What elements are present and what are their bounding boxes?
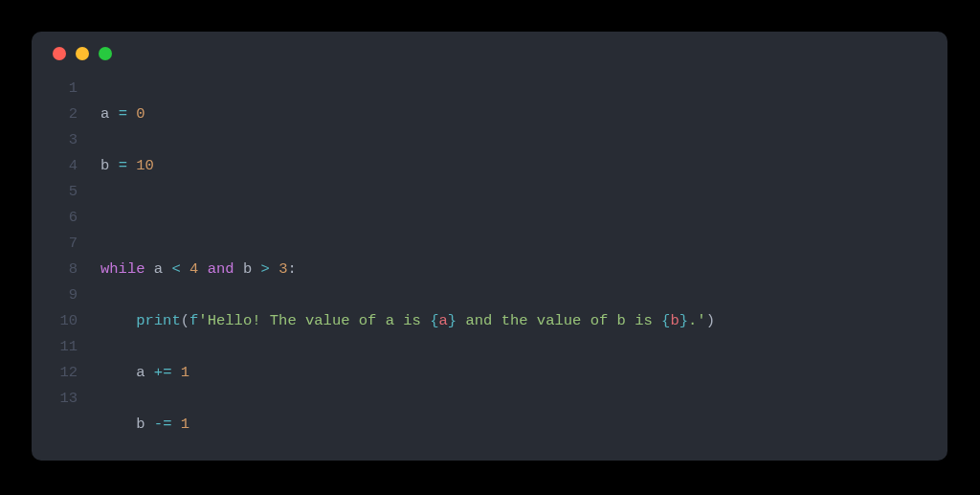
maximize-icon[interactable]	[99, 47, 112, 60]
line-number: 7	[32, 231, 78, 257]
minimize-icon[interactable]	[76, 47, 89, 60]
line-number: 11	[32, 334, 78, 360]
line-number: 5	[32, 179, 78, 205]
code-line: print(f'Hello! The value of a is {a} and…	[100, 308, 947, 334]
line-number: 12	[32, 360, 78, 386]
close-icon[interactable]	[53, 47, 66, 60]
code-line: b -= 1	[100, 412, 947, 438]
line-number: 1	[32, 76, 78, 101]
code-content[interactable]: a = 0 b = 10 while a < 4 and b > 3: prin…	[83, 76, 947, 461]
line-number: 2	[32, 101, 78, 127]
line-number: 3	[32, 127, 78, 153]
code-line: a += 1	[100, 360, 947, 386]
code-line	[100, 205, 947, 231]
line-number-gutter: 1 2 3 4 5 6 7 8 9 10 11 12 13	[32, 76, 83, 461]
line-number: 6	[32, 205, 78, 231]
line-number: 9	[32, 282, 78, 308]
line-number: 8	[32, 257, 78, 282]
line-number: 4	[32, 153, 78, 179]
line-number: 10	[32, 308, 78, 334]
line-number: 13	[32, 386, 78, 412]
code-editor: 1 2 3 4 5 6 7 8 9 10 11 12 13 a = 0 b = …	[32, 76, 947, 461]
code-line: a = 0	[100, 101, 947, 127]
code-line: b = 10	[100, 153, 947, 179]
code-window: 1 2 3 4 5 6 7 8 9 10 11 12 13 a = 0 b = …	[32, 32, 947, 461]
code-line: while a < 4 and b > 3:	[100, 257, 947, 282]
window-titlebar	[32, 32, 947, 76]
